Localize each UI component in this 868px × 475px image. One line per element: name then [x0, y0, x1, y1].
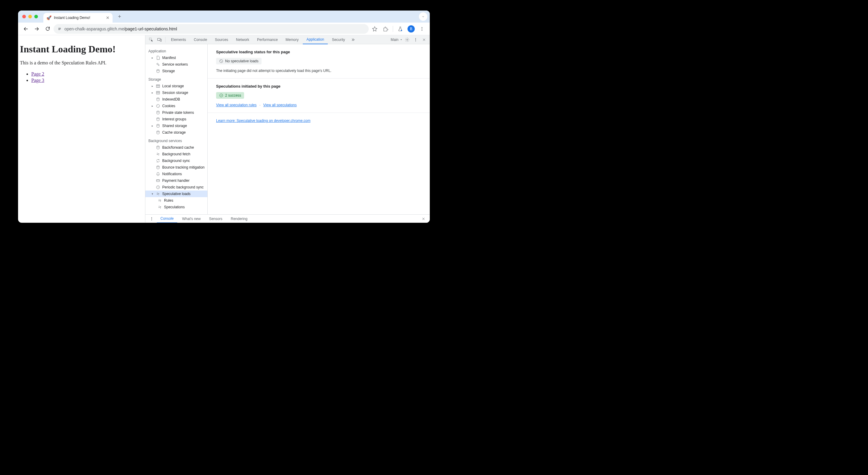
initiated-heading: Speculations initiated by this page [216, 84, 421, 89]
sidebar-item-speculations[interactable]: Speculations [145, 204, 207, 210]
sidebar-item-periodic-sync[interactable]: Periodic background sync [145, 184, 207, 190]
sidebar-item-storage[interactable]: Storage [145, 68, 207, 75]
svg-rect-4 [149, 38, 151, 40]
database-icon [156, 130, 160, 135]
drawer-close-button[interactable] [420, 215, 427, 223]
drawer-tab-rendering[interactable]: Rendering [227, 215, 251, 223]
devtools-menu-button[interactable] [412, 36, 420, 43]
kebab-icon [413, 38, 418, 42]
double-chevron-right-icon [351, 38, 355, 42]
page-link[interactable]: Page 3 [31, 78, 44, 83]
drawer-tab-sensors[interactable]: Sensors [206, 215, 226, 223]
window-menu-button[interactable] [419, 12, 427, 21]
profile-button[interactable]: B [406, 24, 416, 34]
sidebar-item-notifications[interactable]: Notifications [145, 171, 207, 177]
avatar: B [407, 25, 415, 32]
table-icon [156, 90, 160, 95]
chrome-menu-button[interactable] [417, 24, 427, 34]
reload-button[interactable] [43, 24, 52, 34]
close-icon [422, 217, 425, 220]
svg-point-20 [157, 111, 159, 112]
inspect-element-button[interactable] [147, 36, 155, 43]
devtools-tab-network[interactable]: Network [232, 35, 253, 44]
devtools-drawer: Console What's new Sensors Rendering [145, 214, 430, 223]
devtools-close-button[interactable] [420, 36, 428, 43]
device-toolbar-button[interactable] [156, 36, 163, 43]
sidebar-item-shared-storage[interactable]: ▸Shared storage [145, 122, 207, 129]
star-icon [372, 26, 377, 32]
svg-point-8 [415, 38, 416, 38]
sidebar-item-session-storage[interactable]: ▸Session storage [145, 89, 207, 96]
page-link[interactable]: Page 2 [31, 71, 44, 77]
browser-tab[interactable]: 🚀 Instant Loading Demo! ✕ [43, 13, 113, 23]
database-icon [156, 117, 160, 122]
svg-point-1 [422, 27, 423, 28]
database-icon [156, 97, 160, 102]
view-speculations-link[interactable]: View all speculations [264, 103, 297, 107]
bookmark-button[interactable] [370, 24, 379, 34]
sidebar-item-cache-storage[interactable]: Cache storage [145, 129, 207, 136]
sidebar-item-rules[interactable]: Rules [145, 197, 207, 204]
inspect-icon [149, 37, 154, 42]
sidebar-item-bounce-tracking[interactable]: Bounce tracking mitigation [145, 164, 207, 171]
sidebar-item-bfcache[interactable]: Back/forward cache [145, 144, 207, 151]
view-rules-link[interactable]: View all speculation rules [216, 103, 257, 107]
gears-icon [156, 62, 160, 67]
forward-button[interactable] [32, 24, 41, 34]
devtools-tab-security[interactable]: Security [328, 35, 348, 44]
sidebar-item-speculative-loads[interactable]: ▾Speculative loads [145, 190, 207, 197]
sidebar-item-service-workers[interactable]: Service workers [145, 61, 207, 68]
page-description: This is a demo of the Speculation Rules … [20, 60, 145, 66]
arrow-right-icon [34, 26, 39, 32]
sidebar-item-manifest[interactable]: ▸Manifest [145, 55, 207, 61]
drawer-tab-whats-new[interactable]: What's new [179, 215, 204, 223]
drawer-menu-button[interactable] [148, 215, 156, 223]
svg-point-13 [157, 69, 159, 71]
more-tabs-button[interactable] [349, 36, 357, 43]
devtools-tab-sources[interactable]: Sources [211, 35, 232, 44]
window-controls [21, 15, 41, 18]
maximize-window-button[interactable] [34, 15, 38, 18]
devtools-tab-elements[interactable]: Elements [167, 35, 190, 44]
devtools-settings-button[interactable] [403, 36, 411, 43]
cookie-icon [156, 103, 160, 108]
minimize-window-button[interactable] [28, 15, 32, 18]
database-icon [156, 123, 160, 128]
sidebar-item-local-storage[interactable]: ▸Local storage [145, 83, 207, 89]
extensions-button[interactable] [381, 24, 390, 34]
sidebar-item-interest-groups[interactable]: Interest groups [145, 116, 207, 122]
svg-point-22 [157, 124, 159, 125]
close-window-button[interactable] [22, 15, 26, 18]
svg-point-7 [407, 39, 408, 40]
address-bar[interactable]: open-chalk-asparagus.glitch.me/page1-url… [54, 24, 369, 34]
site-info-icon[interactable] [57, 27, 62, 31]
file-icon [156, 55, 160, 60]
sidebar-item-payment-handler[interactable]: Payment handler [145, 177, 207, 184]
new-tab-button[interactable]: + [115, 13, 124, 20]
devtools-body: Application ▸Manifest Service workers St… [145, 44, 430, 214]
svg-point-25 [157, 166, 159, 167]
frame-selector[interactable]: Main [391, 38, 403, 42]
drawer-tab-console[interactable]: Console [157, 215, 177, 223]
sidebar-item-indexeddb[interactable]: IndexedDB [145, 96, 207, 102]
sidebar-item-cookies[interactable]: ▸Cookies [145, 102, 207, 109]
sidebar-item-private-state-tokens[interactable]: Private state tokens [145, 109, 207, 116]
close-tab-button[interactable]: ✕ [106, 16, 110, 20]
sidebar-item-background-sync[interactable]: Background sync [145, 157, 207, 164]
flask-icon [398, 26, 403, 32]
clock-icon [156, 185, 160, 190]
sidebar-group-storage: Storage [145, 76, 207, 83]
devtools-tab-performance[interactable]: Performance [253, 35, 281, 44]
status-badge: No speculative loads [216, 58, 261, 64]
devtools-tab-console[interactable]: Console [190, 35, 211, 44]
labs-button[interactable] [396, 24, 405, 34]
learn-more-link[interactable]: Learn more: Speculative loading on devel… [216, 119, 311, 123]
puzzle-icon [383, 26, 388, 32]
card-icon [156, 178, 160, 183]
devtools-tab-memory[interactable]: Memory [282, 35, 302, 44]
sidebar-group-background-services: Background services [145, 138, 207, 144]
sidebar-item-background-fetch[interactable]: Background fetch [145, 151, 207, 157]
webpage-viewport: Instant Loading Demo! This is a demo of … [18, 35, 145, 223]
back-button[interactable] [21, 24, 31, 34]
devtools-tab-application[interactable]: Application [303, 35, 328, 44]
